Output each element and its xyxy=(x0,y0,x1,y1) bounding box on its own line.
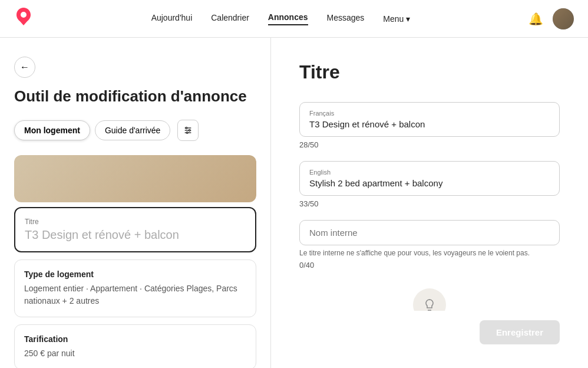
chevron-down-icon: ▾ xyxy=(406,14,410,24)
francais-input[interactable] xyxy=(309,119,550,129)
filter-icon[interactable] xyxy=(177,120,199,141)
type-card[interactable]: Type de logement Logement entier · Appar… xyxy=(14,259,256,317)
save-btn-wrap: Enregistrer xyxy=(299,311,560,344)
airbnb-logo[interactable] xyxy=(14,7,33,30)
nav-aujourdhui[interactable]: Aujourd'hui xyxy=(151,13,193,25)
right-panel: Titre Français 28/50 English 33/50 Le ti… xyxy=(271,38,588,368)
listing-image-preview xyxy=(14,155,256,202)
francais-field-wrapper: Français xyxy=(299,102,560,137)
section-title: Titre xyxy=(299,61,560,83)
nom-interne-field-wrapper xyxy=(299,220,560,245)
svg-point-3 xyxy=(186,127,187,129)
nav-menu[interactable]: Menu ▾ xyxy=(383,14,410,24)
page-title: Outil de modification d'annonce xyxy=(14,87,256,106)
save-button[interactable]: Enregistrer xyxy=(480,320,560,344)
main-layout: ← Outil de modification d'annonce Mon lo… xyxy=(0,38,588,368)
nav-annonces[interactable]: Annonces xyxy=(268,12,308,25)
nom-interne-field-group: Le titre interne ne s'affiche que pour v… xyxy=(299,220,560,270)
back-button[interactable]: ← xyxy=(14,57,35,78)
nav-messages[interactable]: Messages xyxy=(327,13,365,25)
english-input[interactable] xyxy=(309,178,550,188)
user-avatar[interactable] xyxy=(553,8,574,29)
pricing-card-label: Tarification xyxy=(24,334,246,344)
navbar: Aujourd'hui Calendrier Annonces Messages… xyxy=(0,0,588,38)
pricing-card[interactable]: Tarification 250 € par nuit xyxy=(14,324,256,368)
francais-field-group: Français 28/50 xyxy=(299,102,560,149)
notification-bell-icon[interactable]: 🔔 xyxy=(528,12,543,26)
nav-links: Aujourd'hui Calendrier Annonces Messages… xyxy=(151,12,411,25)
arrow-left-icon: ← xyxy=(20,62,29,73)
title-card[interactable]: Titre T3 Design et rénové + balcon xyxy=(14,207,256,252)
english-label: English xyxy=(309,169,550,176)
nom-interne-hint: Le titre interne ne s'affiche que pour v… xyxy=(299,249,560,257)
nom-interne-input[interactable] xyxy=(309,228,550,238)
type-card-value: Logement entier · Appartement · Catégori… xyxy=(24,282,246,307)
title-card-label: Titre xyxy=(25,218,246,226)
francais-label: Français xyxy=(309,110,550,117)
svg-point-5 xyxy=(187,132,189,134)
english-field-group: English 33/50 xyxy=(299,161,560,208)
title-card-value: T3 Design et rénové + balcon xyxy=(25,228,246,242)
nav-right: 🔔 xyxy=(528,8,574,29)
tabs-row: Mon logement Guide d'arrivée xyxy=(14,120,256,141)
tab-guide-arrivee[interactable]: Guide d'arrivée xyxy=(95,120,171,140)
type-card-label: Type de logement xyxy=(24,270,246,279)
menu-label: Menu xyxy=(383,14,404,24)
nom-interne-count: 0/40 xyxy=(299,261,560,270)
nav-calendrier[interactable]: Calendrier xyxy=(211,13,249,25)
francais-count: 28/50 xyxy=(299,140,560,149)
english-count: 33/50 xyxy=(299,199,560,208)
tab-mon-logement[interactable]: Mon logement xyxy=(14,120,90,140)
pricing-card-value: 250 € par nuit xyxy=(24,347,246,360)
left-panel: ← Outil de modification d'annonce Mon lo… xyxy=(0,38,271,368)
english-field-wrapper: English xyxy=(299,161,560,196)
svg-point-4 xyxy=(189,130,191,132)
